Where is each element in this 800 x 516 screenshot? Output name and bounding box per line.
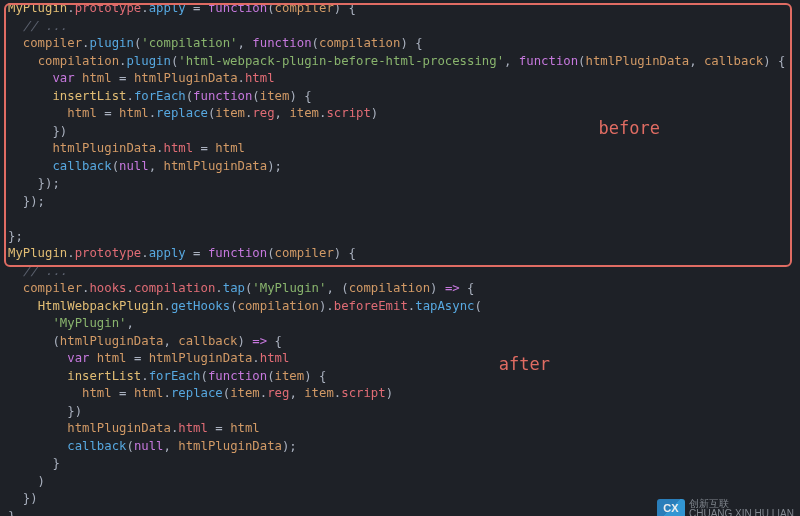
code-block-after: MyPlugin.prototype.apply = function(comp…	[0, 245, 800, 516]
code-block-before: MyPlugin.prototype.apply = function(comp…	[0, 0, 800, 245]
code-editor: MyPlugin.prototype.apply = function(comp…	[0, 0, 800, 516]
